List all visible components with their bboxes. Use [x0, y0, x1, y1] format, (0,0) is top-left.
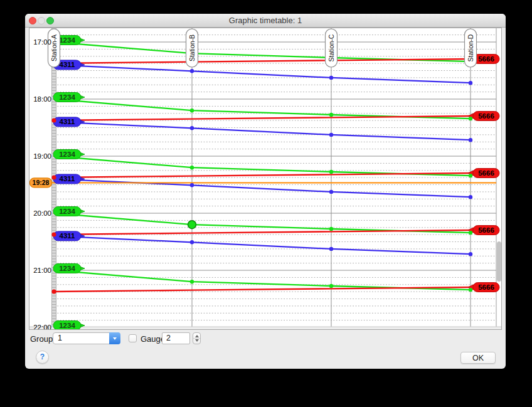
- hour-label: 17:00: [33, 38, 51, 46]
- station-capsule-station-b[interactable]: Station-B: [186, 29, 198, 67]
- combo-arrow-button[interactable]: [109, 332, 120, 344]
- station-name: Station-D: [467, 34, 474, 61]
- train-label-1234[interactable]: 1234: [53, 264, 85, 273]
- stop-marker[interactable]: [329, 190, 333, 194]
- stop-marker[interactable]: [190, 166, 194, 169]
- stop-marker[interactable]: [51, 232, 56, 236]
- stop-marker[interactable]: [469, 252, 472, 256]
- train-line-5666[interactable]: [54, 59, 471, 63]
- stop-marker[interactable]: [190, 280, 194, 283]
- group-label: Group: [30, 334, 53, 344]
- stepper-up-icon[interactable]: [195, 335, 199, 337]
- station-capsule-station-a[interactable]: Station-A: [48, 29, 60, 67]
- train-label-4311[interactable]: 4311: [53, 174, 85, 184]
- stop-marker[interactable]: [469, 81, 472, 85]
- train-number: 5666: [478, 169, 494, 177]
- train-line-1234[interactable]: [54, 270, 471, 290]
- help-button[interactable]: ?: [36, 351, 49, 364]
- train-number: 5666: [478, 226, 494, 234]
- vertical-scrollbar-thumb[interactable]: [497, 241, 501, 282]
- question-mark-icon: ?: [40, 352, 45, 361]
- stop-marker[interactable]: [469, 195, 472, 199]
- gauge-stepper[interactable]: [193, 332, 201, 344]
- train-label-5666[interactable]: 5666: [468, 282, 499, 292]
- stop-marker[interactable]: [469, 174, 472, 177]
- gauge-value-field[interactable]: 2: [162, 332, 190, 344]
- train-line-5666[interactable]: [54, 230, 471, 235]
- train-number: 4311: [60, 61, 76, 68]
- station-name: Station-C: [327, 34, 335, 61]
- station-capsule-station-c[interactable]: Station-C: [326, 29, 338, 67]
- hour-label: 21:00: [33, 267, 51, 274]
- timetable-chart[interactable]: 1234123412341234123412344311431143114311…: [29, 28, 502, 330]
- train-number: 1234: [59, 151, 75, 158]
- selected-stop-marker[interactable]: [188, 221, 196, 229]
- window-title: Graphic timetable: 1: [25, 14, 506, 27]
- train-line-1234[interactable]: [54, 213, 471, 233]
- titlebar[interactable]: Graphic timetable: 1: [25, 14, 506, 28]
- zoom-button[interactable]: [46, 17, 54, 24]
- stop-marker[interactable]: [190, 108, 194, 112]
- stop-marker[interactable]: [329, 133, 333, 137]
- chevron-down-icon: [113, 337, 117, 340]
- stop-marker[interactable]: [190, 126, 194, 130]
- train-number: 5666: [478, 283, 494, 291]
- train-number: 1234: [59, 208, 75, 215]
- train-line-4311[interactable]: [54, 179, 471, 197]
- group-select[interactable]: 1: [53, 332, 120, 344]
- hour-label: 18:00: [33, 95, 51, 103]
- train-line-4311[interactable]: [54, 122, 471, 140]
- train-label-5666[interactable]: 5666: [468, 168, 499, 177]
- gauge-checkbox[interactable]: [129, 334, 137, 342]
- stop-marker[interactable]: [329, 284, 333, 288]
- station-name: Station-B: [188, 34, 196, 61]
- train-number: 1234: [59, 93, 75, 101]
- train-number: 1234: [59, 36, 75, 44]
- stop-marker[interactable]: [329, 170, 333, 174]
- train-label-4311[interactable]: 4311: [53, 117, 85, 127]
- stop-marker[interactable]: [329, 227, 333, 231]
- train-label-1234[interactable]: 1234: [53, 321, 85, 330]
- stop-marker[interactable]: [190, 183, 194, 187]
- train-line-4311[interactable]: [54, 65, 471, 83]
- train-line-5666[interactable]: [54, 287, 471, 292]
- stop-marker[interactable]: [190, 69, 194, 73]
- station-capsule-station-d[interactable]: Station-D: [465, 29, 477, 67]
- stepper-down-icon[interactable]: [195, 339, 199, 342]
- train-label-1234[interactable]: 1234: [53, 150, 85, 159]
- dialog-window: Graphic timetable: 1 1234123412341234123…: [25, 14, 506, 369]
- train-line-1234[interactable]: [54, 42, 471, 61]
- train-line-5666[interactable]: [54, 173, 471, 177]
- stop-marker[interactable]: [51, 289, 56, 293]
- stop-marker[interactable]: [190, 240, 194, 244]
- train-number: 4311: [60, 232, 76, 240]
- stop-marker[interactable]: [51, 175, 56, 179]
- hour-label: 19:00: [33, 152, 51, 160]
- train-number: 4311: [60, 175, 76, 182]
- train-label-5666[interactable]: 5666: [468, 225, 499, 235]
- train-number: 1234: [59, 265, 75, 272]
- group-select-value: 1: [58, 333, 62, 344]
- train-label-1234[interactable]: 1234: [53, 207, 85, 216]
- stop-marker[interactable]: [329, 113, 333, 117]
- train-label-4311[interactable]: 4311: [53, 231, 85, 241]
- train-line-1234[interactable]: [54, 156, 471, 176]
- stop-marker[interactable]: [51, 118, 56, 122]
- train-line-5666[interactable]: [54, 116, 471, 120]
- timetable-svg: 1234123412341234123412344311431143114311…: [29, 28, 501, 329]
- current-time-badge: 19:28: [30, 178, 52, 188]
- train-label-5666[interactable]: 5666: [468, 111, 499, 120]
- stop-marker[interactable]: [469, 231, 472, 235]
- horizontal-scrollbar-track[interactable]: [29, 327, 501, 329]
- close-button[interactable]: [29, 17, 36, 24]
- train-line-1234[interactable]: [54, 99, 471, 119]
- stop-marker[interactable]: [329, 247, 333, 251]
- stop-marker[interactable]: [469, 117, 472, 120]
- stop-marker[interactable]: [469, 288, 472, 292]
- stop-marker[interactable]: [469, 138, 472, 142]
- ok-button[interactable]: OK: [460, 352, 496, 364]
- minimize-button[interactable]: [38, 17, 45, 24]
- train-line-4311[interactable]: [54, 236, 471, 254]
- stop-marker[interactable]: [329, 76, 333, 80]
- train-label-1234[interactable]: 1234: [53, 93, 85, 102]
